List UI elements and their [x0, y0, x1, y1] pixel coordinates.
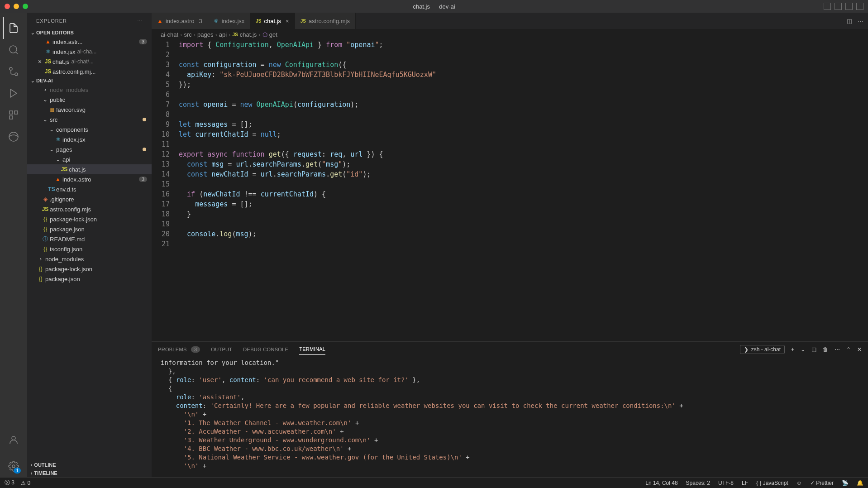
accounts-activity[interactable] — [3, 429, 24, 451]
breadcrumb-item[interactable]: pages — [197, 31, 213, 38]
folder-item[interactable]: ⌄pages — [27, 144, 152, 154]
editor-tab[interactable]: JSastro.config.mjs — [295, 13, 356, 29]
new-terminal-icon[interactable]: + — [791, 346, 794, 353]
svg-rect-7 — [10, 116, 13, 119]
open-editors-section[interactable]: ⌄ OPEN EDITORS — [27, 29, 152, 37]
chevron-icon: ⌄ — [41, 96, 50, 103]
cursor-position[interactable]: Ln 14, Col 48 — [645, 480, 677, 486]
file-item[interactable]: TSenv.d.ts — [27, 184, 152, 194]
line-numbers: 123456789101112131415161718192021 — [152, 40, 179, 341]
encoding-status[interactable]: UTF-8 — [718, 480, 734, 486]
open-editor-item[interactable]: ⚛index.jsxai-cha... — [27, 47, 152, 57]
breadcrumb-item[interactable]: chat.js — [240, 31, 257, 38]
open-editor-item[interactable]: JSastro.config.mj... — [27, 67, 152, 77]
file-item[interactable]: {}package-lock.json — [27, 214, 152, 224]
split-editor-icon[interactable]: ◫ — [847, 18, 852, 24]
errors-status[interactable]: ⓧ 3 — [5, 479, 14, 487]
terminal-dropdown-icon[interactable]: ⌄ — [801, 346, 805, 353]
timeline-section[interactable]: › TIMELINE — [27, 469, 152, 477]
outline-section[interactable]: › OUTLINE — [27, 461, 152, 469]
live-share-icon[interactable]: 📡 — [842, 480, 849, 486]
close-window-button[interactable] — [5, 4, 10, 9]
more-actions-icon[interactable]: ⋯ — [858, 18, 863, 24]
folder-item[interactable]: ⌄components — [27, 124, 152, 134]
react-icon: ⚛ — [214, 18, 219, 24]
maximize-panel-icon[interactable]: ⌃ — [846, 346, 851, 353]
toggle-panel-icon[interactable] — [835, 3, 842, 10]
close-tab-icon[interactable]: × — [286, 18, 289, 24]
breadcrumb-item[interactable]: src — [184, 31, 191, 38]
customize-layout-icon[interactable] — [856, 3, 863, 10]
file-item[interactable]: {}package-lock.json — [27, 264, 152, 274]
toggle-secondary-sidebar-icon[interactable] — [845, 3, 853, 10]
folder-item[interactable]: ⌄api — [27, 154, 152, 164]
project-section[interactable]: ⌄ DEV-AI — [27, 77, 152, 85]
folder-item[interactable]: ›node_modules — [27, 254, 152, 264]
more-terminal-icon[interactable]: ⋯ — [835, 346, 840, 353]
outline-label: OUTLINE — [34, 462, 56, 468]
maximize-window-button[interactable] — [23, 4, 28, 9]
toggle-primary-sidebar-icon[interactable] — [824, 3, 831, 10]
code-content[interactable]: import { Configuration, OpenAIApi } from… — [179, 40, 868, 341]
chevron-icon: › — [41, 86, 50, 93]
folder-item[interactable]: ⌄src — [27, 115, 152, 124]
file-item[interactable]: {}package.json — [27, 274, 152, 284]
file-item[interactable]: ⚛index.jsx — [27, 134, 152, 144]
close-icon[interactable]: × — [36, 58, 43, 65]
eol-status[interactable]: LF — [742, 480, 748, 486]
editor-tab[interactable]: ▲index.astro3 — [152, 13, 208, 29]
breadcrumb-item[interactable]: api — [219, 31, 227, 38]
output-tab[interactable]: OUTPUT — [211, 344, 232, 355]
terminal-selector[interactable]: ❯ zsh - ai-chat — [740, 345, 785, 354]
minimize-window-button[interactable] — [14, 4, 19, 9]
file-item[interactable]: ◈.gitignore — [27, 194, 152, 204]
file-item[interactable]: JSastro.config.mjs — [27, 204, 152, 214]
settings-activity[interactable]: 1 — [3, 455, 24, 477]
folder-item[interactable]: ⌄public — [27, 95, 152, 105]
file-item[interactable]: ▲index.astro3 — [27, 174, 152, 184]
file-name: chat.js — [52, 58, 70, 65]
run-debug-activity[interactable] — [3, 82, 24, 104]
edge-tools-activity[interactable] — [3, 126, 24, 148]
source-control-activity[interactable] — [3, 61, 24, 82]
extensions-activity[interactable] — [3, 104, 24, 126]
language-status[interactable]: { } JavaScript — [756, 480, 788, 486]
indentation-status[interactable]: Spaces: 2 — [686, 480, 710, 486]
problems-tab[interactable]: PROBLEMS 3 — [158, 344, 200, 355]
item-name: README.md — [50, 236, 85, 243]
js-icon: JS — [43, 68, 52, 75]
open-editor-item[interactable]: ×JSchat.jsai-chat/... — [27, 57, 152, 67]
notifications-icon[interactable]: 🔔 — [857, 480, 863, 486]
explorer-activity[interactable] — [3, 17, 24, 39]
split-terminal-icon[interactable]: ◫ — [811, 346, 816, 353]
debug-console-tab[interactable]: DEBUG CONSOLE — [243, 344, 288, 355]
file-item[interactable]: ⓘREADME.md — [27, 234, 152, 244]
file-path: ai-cha... — [77, 48, 97, 55]
search-activity[interactable] — [3, 39, 24, 61]
modified-indicator — [143, 118, 146, 121]
open-editor-item[interactable]: ▲index.astr...3 — [27, 37, 152, 47]
file-item[interactable]: JSchat.js — [27, 164, 152, 174]
editor-tab[interactable]: JSchat.js× — [250, 13, 295, 29]
breadcrumb-item[interactable]: ai-chat — [161, 31, 178, 38]
editor-tab[interactable]: ⚛index.jsx — [208, 13, 251, 29]
sidebar-more-icon[interactable]: ⋯ — [137, 18, 143, 24]
close-panel-icon[interactable]: ✕ — [857, 346, 862, 353]
file-item[interactable]: {}tsconfig.json — [27, 244, 152, 254]
bottom-panel: PROBLEMS 3 OUTPUT DEBUG CONSOLE TERMINAL… — [152, 341, 868, 477]
file-item[interactable]: {}package.json — [27, 224, 152, 234]
prettier-status[interactable]: ✓ Prettier — [810, 480, 834, 486]
feedback-icon[interactable]: ☺ — [796, 480, 802, 486]
terminal-output[interactable]: information for your location." }, { rol… — [152, 357, 868, 477]
tab-label: astro.config.mjs — [309, 18, 350, 24]
code-editor[interactable]: 123456789101112131415161718192021 import… — [152, 40, 868, 341]
kill-terminal-icon[interactable]: 🗑 — [823, 346, 828, 353]
breadcrumb[interactable]: ai-chat› src› pages› api› JS chat.js› ⬡ … — [152, 29, 868, 40]
terminal-tab[interactable]: TERMINAL — [299, 344, 325, 355]
folder-item[interactable]: ›node_modules — [27, 85, 152, 95]
breadcrumb-item[interactable]: get — [269, 31, 277, 38]
terminal-name: zsh - ai-chat — [751, 346, 781, 353]
file-item[interactable]: ▦favicon.svg — [27, 105, 152, 115]
json-icon: {} — [41, 246, 50, 252]
warnings-status[interactable]: ⚠ 0 — [21, 480, 30, 486]
